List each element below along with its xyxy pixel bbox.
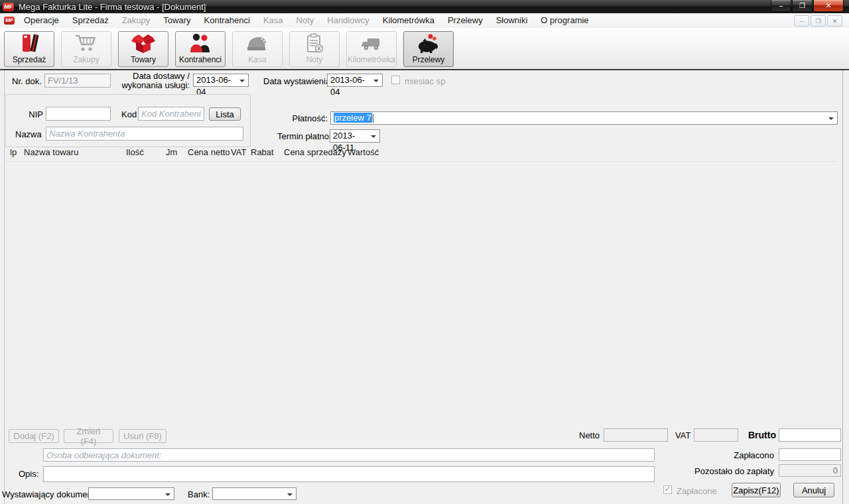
toolbar-kilometrowka-button: Kilometrówka bbox=[346, 31, 397, 67]
bank-combobox[interactable] bbox=[212, 487, 296, 500]
toolbar-towary-button[interactable]: Towary bbox=[118, 31, 168, 67]
menu-przelewy[interactable]: Przelewy bbox=[441, 13, 490, 28]
netto-field bbox=[604, 428, 668, 442]
col-cena-netto[interactable]: Cena netto bbox=[188, 147, 230, 157]
menu-noty: Noty bbox=[290, 13, 321, 28]
wystawiajacy-label: Wystawiający dokument bbox=[2, 489, 94, 499]
items-table-body[interactable] bbox=[5, 161, 837, 425]
wystawiajacy-combobox[interactable] bbox=[88, 487, 174, 500]
termin-platnosci-combobox[interactable]: 2013-06-11 bbox=[330, 129, 380, 143]
col-wartosc[interactable]: Wartość bbox=[348, 147, 379, 157]
zaplacono-input[interactable] bbox=[779, 448, 841, 461]
kod-input[interactable] bbox=[138, 107, 204, 121]
window-caption-buttons: – ❐ ✕ bbox=[770, 0, 844, 12]
menu-operacje[interactable]: Operacje bbox=[17, 13, 66, 28]
col-rabat[interactable]: Rabat bbox=[251, 147, 274, 157]
miesiac-sp-checkbox bbox=[391, 76, 400, 84]
close-icon: ✕ bbox=[825, 1, 831, 10]
window-title: Mega Fakturka Lite - Firma testowa - [Do… bbox=[19, 2, 206, 12]
col-jm[interactable]: Jm bbox=[166, 147, 177, 157]
opis-input[interactable] bbox=[43, 466, 655, 482]
kod-label: Kod bbox=[121, 109, 137, 119]
zapisz-button[interactable]: Zapisz(F12) bbox=[732, 483, 781, 497]
toolbar-kasa-button: Kasa bbox=[232, 31, 283, 67]
mdi-close-icon: ✕ bbox=[832, 18, 838, 25]
toolbar-sprzedaz-button[interactable]: Sprzedaż bbox=[4, 31, 54, 67]
brutto-field[interactable] bbox=[779, 428, 841, 442]
restore-button[interactable]: ❐ bbox=[792, 0, 813, 12]
osoba-odbierajaca-input[interactable] bbox=[43, 448, 655, 462]
menu-bar: MF Operacje Sprzedaż Zakupy Towary Kontr… bbox=[0, 13, 849, 29]
people-icon bbox=[188, 32, 213, 55]
platnosc-selected-value: przelew 7 bbox=[334, 113, 372, 123]
col-cena-sprzedazy[interactable]: Cena sprzedaży bbox=[284, 147, 346, 157]
bank-label: Bank: bbox=[188, 489, 210, 499]
vat-label: VAT bbox=[675, 430, 690, 440]
books-icon bbox=[17, 32, 42, 55]
col-nazwa-towaru[interactable]: Nazwa towaru bbox=[24, 147, 78, 157]
items-table-header: lp Nazwa towaru Ilość Jm Cena netto VAT … bbox=[5, 147, 837, 162]
mdi-document-icon[interactable]: MF bbox=[4, 17, 15, 25]
miesiac-sp-label: miesiac sp bbox=[405, 76, 445, 86]
toolbar-noty-button: Noty bbox=[289, 31, 340, 67]
col-ilosc[interactable]: Ilość bbox=[126, 147, 144, 157]
platnosc-combobox[interactable]: przelew 7 bbox=[330, 111, 838, 125]
anuluj-button[interactable]: Anuluj bbox=[793, 483, 834, 497]
nr-dok-label: Nr. dok. bbox=[12, 76, 42, 86]
app-window: MF Mega Fakturka Lite - Firma testowa - … bbox=[0, 0, 849, 504]
menu-zakupy: Zakupy bbox=[115, 13, 157, 28]
dodaj-button: Dodaj (F2) bbox=[9, 429, 59, 443]
nazwa-input[interactable] bbox=[46, 127, 243, 141]
usun-button: Usuń (F8) bbox=[119, 429, 166, 443]
netto-label: Netto bbox=[579, 430, 600, 440]
note-icon bbox=[302, 32, 327, 55]
menu-towary[interactable]: Towary bbox=[157, 13, 197, 28]
mdi-minimize-icon: – bbox=[800, 18, 803, 25]
menu-slowniki[interactable]: Słowniki bbox=[490, 13, 535, 28]
mdi-restore-button[interactable]: ❐ bbox=[811, 15, 826, 27]
menu-o-programie[interactable]: O programie bbox=[534, 13, 595, 28]
mdi-close-button[interactable]: ✕ bbox=[827, 15, 842, 27]
menu-kilometrowka[interactable]: Kilometrówka bbox=[376, 13, 441, 28]
menu-handlowcy: Handlowcy bbox=[320, 13, 376, 28]
cart-icon bbox=[74, 32, 99, 55]
toolbar-przelewy-button[interactable]: Przelewy bbox=[403, 31, 454, 67]
close-button[interactable]: ✕ bbox=[813, 0, 844, 12]
minimize-button[interactable]: – bbox=[771, 0, 791, 12]
nr-dok-input[interactable] bbox=[44, 74, 111, 88]
document-form: Nr. dok. Data dostawy / wykonania usługi… bbox=[0, 70, 849, 504]
menu-sprzedaz[interactable]: Sprzedaż bbox=[66, 13, 115, 28]
window-titlebar[interactable]: MF Mega Fakturka Lite - Firma testowa - … bbox=[0, 0, 849, 13]
menu-kontrahenci[interactable]: Kontrahenci bbox=[198, 13, 257, 28]
text-caret bbox=[373, 114, 373, 123]
pozostalo-label: Pozostało do zapłaty bbox=[690, 466, 774, 476]
open-box-icon bbox=[131, 32, 156, 55]
mdi-minimize-button[interactable]: – bbox=[794, 15, 809, 27]
data-wystawienia-label: Data wystawienia: bbox=[263, 76, 333, 86]
termin-platnosci-label: Termin płatności: bbox=[277, 131, 328, 141]
nip-label: NIP bbox=[25, 109, 43, 119]
contractor-groupbox: NIP Kod Lista Nazwa bbox=[5, 94, 251, 147]
lista-button[interactable]: Lista bbox=[209, 107, 241, 121]
pozostalo-field bbox=[779, 464, 841, 477]
zaplacone-checkbox bbox=[663, 485, 672, 494]
toolbar-kontrahenci-button[interactable]: Kontrahenci bbox=[175, 31, 226, 67]
nazwa-label: Nazwa bbox=[15, 129, 42, 139]
mdi-restore-icon: ❐ bbox=[815, 18, 820, 25]
col-lp[interactable]: lp bbox=[10, 147, 17, 157]
data-dostawy-combobox[interactable]: 2013-06-04 bbox=[193, 74, 249, 87]
zmien-button: Zmień (F4) bbox=[64, 429, 113, 443]
nip-input[interactable] bbox=[46, 107, 111, 121]
opis-label: Opis: bbox=[19, 469, 38, 479]
toolbar-zakupy-button: Zakupy bbox=[61, 31, 111, 67]
data-wystawienia-combobox[interactable]: 2013-06-04 bbox=[327, 74, 383, 87]
cash-register-icon bbox=[245, 32, 270, 55]
menu-kasa: Kasa bbox=[257, 13, 290, 28]
client-right-edge bbox=[842, 70, 843, 504]
zaplacono-label: Zapłacono bbox=[723, 450, 774, 460]
brutto-label: Brutto bbox=[748, 430, 776, 440]
piggy-bank-icon bbox=[416, 32, 441, 55]
vat-field bbox=[694, 428, 738, 442]
col-vat[interactable]: VAT bbox=[231, 147, 246, 157]
zaplacone-label: Zapłacone bbox=[677, 486, 717, 496]
